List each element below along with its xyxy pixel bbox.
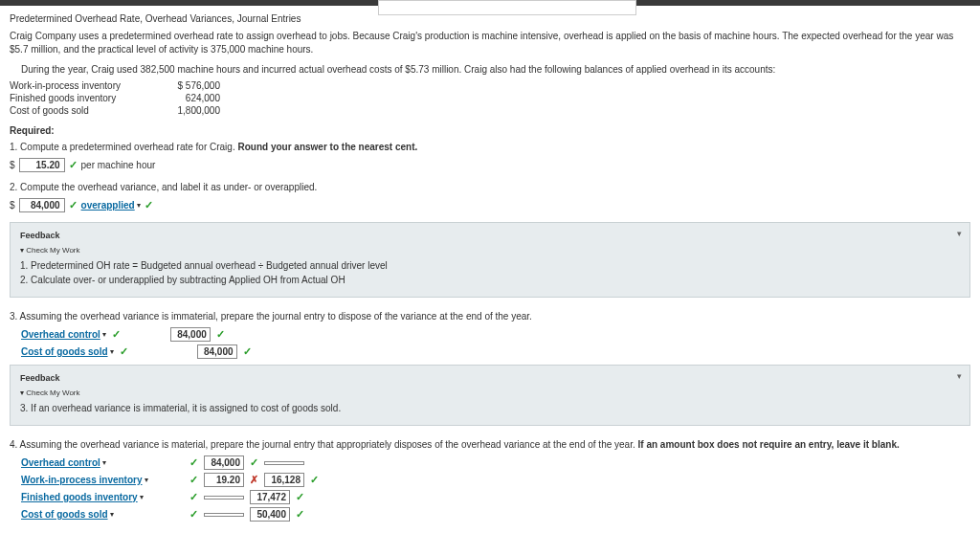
q1-unit: per machine hour: [81, 160, 156, 170]
feedback-line: 1. Predetermined OH rate = Budgeted annu…: [20, 260, 960, 271]
q3-account2-select[interactable]: Cost of goods sold ▾: [21, 346, 114, 357]
q1-answer-input[interactable]: 15.20: [19, 158, 65, 172]
wip-label: Work-in-process inventory: [10, 80, 144, 91]
question-1: 1. Compute a predetermined overhead rate…: [10, 142, 970, 152]
wip-amount: $ 576,000: [144, 80, 220, 91]
journal-row: Overhead control ▾ ✓ 84,000 ✓: [21, 327, 970, 342]
q1-text: 1. Compute a predetermined overhead rate…: [10, 142, 237, 152]
q4-r1-debit[interactable]: 84,000: [204, 455, 244, 470]
q3-account1-select[interactable]: Overhead control ▾: [21, 329, 106, 340]
dollar-sign: $: [10, 200, 15, 211]
q4-account1-select[interactable]: Overhead control ▾: [21, 457, 184, 468]
q4-r4-debit[interactable]: [204, 513, 244, 517]
journal-row: Cost of goods sold ▾ ✓ 50,400 ✓: [21, 507, 970, 522]
table-row: Finished goods inventory 624,000: [10, 93, 970, 103]
check-icon: ✓: [189, 456, 198, 469]
intro-para-2: During the year, Craig used 382,500 mach…: [21, 64, 970, 75]
check-icon: ✓: [250, 456, 258, 469]
check-icon: ✓: [189, 474, 198, 486]
main-content: Predetermined Overhead Rate, Overhead Va…: [0, 6, 980, 532]
feedback-line: 3. If an overhead variance is immaterial…: [20, 403, 960, 413]
check-icon: ✓: [69, 199, 78, 211]
collapse-icon[interactable]: ▾: [957, 229, 962, 238]
q4-account3: Finished goods inventory: [21, 492, 138, 502]
question-3: 3. Assuming the overhead variance is imm…: [10, 311, 970, 322]
question-2: 2. Compute the overhead variance, and la…: [10, 182, 970, 192]
q4-text: 4. Assuming the overhead variance is mat…: [10, 439, 638, 450]
chevron-down-icon: ▾: [102, 330, 106, 339]
balances-table: Work-in-process inventory $ 576,000 Fini…: [10, 80, 970, 116]
q3-account1: Overhead control: [21, 329, 100, 340]
q4-r3-credit[interactable]: 17,472: [250, 490, 290, 504]
cross-icon: ✗: [250, 474, 258, 486]
check-my-work[interactable]: ▾ Check My Work: [20, 246, 960, 255]
feedback-title: Feedback: [20, 231, 960, 240]
check-icon: ✓: [243, 345, 252, 358]
dollar-sign: $: [10, 160, 15, 170]
q4-bold: If an amount box does not require an ent…: [638, 439, 900, 450]
table-row: Work-in-process inventory $ 576,000: [10, 80, 970, 91]
top-search-input[interactable]: [378, 0, 636, 15]
q3-account2: Cost of goods sold: [21, 346, 108, 357]
q2-label-value: overapplied: [81, 200, 135, 211]
collapse-icon[interactable]: ▾: [957, 371, 962, 381]
table-row: Cost of goods sold 1,800,000: [10, 105, 970, 116]
fg-label: Finished goods inventory: [10, 93, 144, 103]
feedback-title: Feedback: [20, 373, 960, 383]
q4-account3-select[interactable]: Finished goods inventory ▾: [21, 492, 184, 502]
journal-row: Cost of goods sold ▾ ✓ 84,000 ✓: [21, 344, 970, 359]
chevron-down-icon: ▾: [140, 493, 144, 501]
feedback-line: 2. Calculate over- or underapplied by su…: [20, 275, 960, 285]
q3-journal: Overhead control ▾ ✓ 84,000 ✓ Cost of go…: [21, 327, 970, 359]
feedback-panel-2: ▾ Feedback ▾ Check My Work 3. If an over…: [10, 365, 970, 426]
cogs-label: Cost of goods sold: [10, 105, 144, 116]
chevron-down-icon: ▾: [145, 476, 148, 484]
check-icon: ✓: [112, 328, 121, 341]
fg-amount: 624,000: [144, 93, 220, 103]
q4-account2: Work-in-process inventory: [21, 475, 143, 485]
journal-row: Work-in-process inventory ▾ ✓ 19.20 ✗ 16…: [21, 473, 970, 487]
check-icon: ✓: [120, 345, 128, 358]
q1-answer-row: $ 15.20 ✓ per machine hour: [10, 158, 970, 172]
q2-amount-input[interactable]: 84,000: [19, 198, 65, 212]
check-my-work[interactable]: ▾ Check My Work: [20, 389, 960, 397]
q4-r1-credit[interactable]: [264, 461, 304, 465]
cogs-amount: 1,800,000: [144, 105, 220, 116]
q4-account4: Cost of goods sold: [21, 509, 108, 520]
q4-account2-select[interactable]: Work-in-process inventory ▾: [21, 475, 184, 485]
q4-journal: Overhead control ▾ ✓ 84,000 ✓ Work-in-pr…: [21, 455, 970, 522]
required-heading: Required:: [10, 125, 970, 136]
chevron-down-icon: ▾: [110, 510, 114, 519]
q1-bold: Round your answer to the nearest cent.: [237, 142, 417, 152]
question-4: 4. Assuming the overhead variance is mat…: [10, 439, 970, 450]
journal-row: Overhead control ▾ ✓ 84,000 ✓: [21, 455, 970, 470]
q4-r4-credit[interactable]: 50,400: [250, 507, 290, 522]
q3-credit1[interactable]: 84,000: [197, 344, 237, 359]
chevron-down-icon: ▾: [110, 347, 114, 356]
q4-r2-credit[interactable]: 16,128: [264, 473, 304, 487]
q4-account1: Overhead control: [21, 457, 100, 468]
q3-debit1[interactable]: 84,000: [170, 327, 211, 342]
check-icon: ✓: [296, 508, 304, 521]
check-icon: ✓: [310, 474, 319, 486]
check-icon: ✓: [145, 199, 153, 211]
top-toolbar: [0, 0, 980, 6]
check-icon: ✓: [296, 491, 304, 503]
chevron-down-icon: ▾: [137, 201, 141, 210]
q4-r2-debit[interactable]: 19.20: [204, 473, 244, 487]
check-icon: ✓: [189, 508, 198, 521]
intro-para-1: Craig Company uses a predetermined overh…: [10, 30, 970, 56]
feedback-panel-1: ▾ Feedback ▾ Check My Work 1. Predetermi…: [10, 222, 970, 298]
check-icon: ✓: [189, 491, 198, 503]
journal-row: Finished goods inventory ▾ ✓ 17,472 ✓: [21, 490, 970, 504]
chevron-down-icon: ▾: [102, 458, 106, 467]
q4-r3-debit[interactable]: [204, 496, 244, 500]
check-icon: ✓: [216, 328, 225, 341]
check-icon: ✓: [69, 159, 78, 171]
q4-account4-select[interactable]: Cost of goods sold ▾: [21, 509, 184, 520]
q2-answer-row: $ 84,000 ✓ overapplied ▾ ✓: [10, 198, 970, 212]
q2-label-select[interactable]: overapplied ▾: [81, 200, 141, 211]
